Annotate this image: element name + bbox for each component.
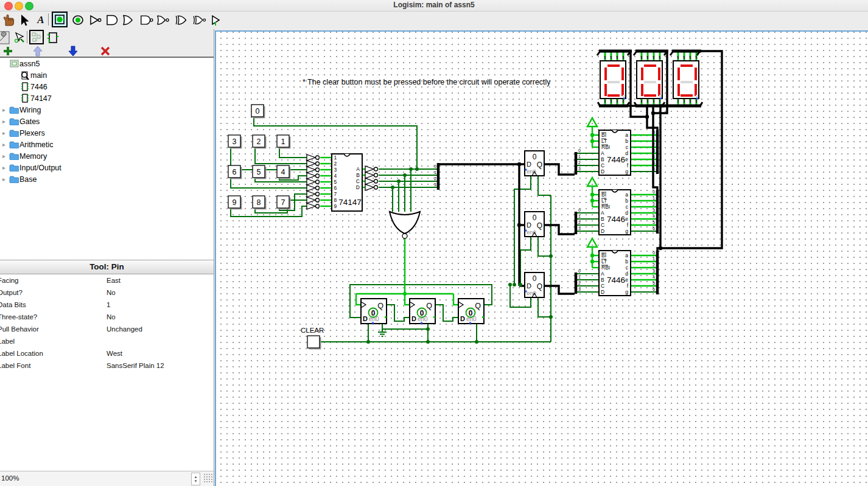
tree-item-library-input-output[interactable]: ▸ Input/Output xyxy=(0,162,214,173)
tree-item-circuit-main[interactable]: main xyxy=(0,69,214,81)
svg-text:Q: Q xyxy=(537,221,542,230)
edit-tool-button[interactable] xyxy=(17,13,32,27)
svg-text:2: 2 xyxy=(653,263,655,267)
left-panel: assn5 main 7446 74147 ▸ xyxy=(0,29,214,486)
close-window-button[interactable] xyxy=(4,2,13,10)
nor-gate[interactable] xyxy=(390,212,420,238)
svg-text:g: g xyxy=(625,228,628,234)
nand-gate-tool-button[interactable] xyxy=(139,13,154,27)
tree-item-library-arithmetic[interactable]: ▸ Arithmetic xyxy=(0,139,214,150)
output-inverters xyxy=(365,166,378,190)
tree-item-library-gates[interactable]: ▸ Gates xyxy=(0,116,214,127)
flipflop-2[interactable]: Q 0 D en0 xyxy=(410,299,435,324)
ic-7446-2[interactable]: BI LT RBI A B C D a b c d e f g 7446 xyxy=(599,190,631,235)
flipflop-3[interactable]: Q 0 D en0 xyxy=(458,299,484,324)
svg-text:0: 0 xyxy=(653,130,655,134)
attribute-value[interactable]: No xyxy=(107,286,116,299)
attribute-value[interactable]: East xyxy=(107,274,121,286)
resize-grip-icon[interactable] xyxy=(203,473,212,484)
tree-item-label: assn5 xyxy=(19,60,40,68)
button-9[interactable]: 9 xyxy=(228,196,242,210)
button-4[interactable]: 4 xyxy=(277,165,291,179)
register-3[interactable]: 0 D Q en0 xyxy=(525,273,544,297)
attribute-value[interactable]: Unchanged xyxy=(107,323,142,335)
button-6[interactable]: 6 xyxy=(228,165,242,179)
button-0[interactable]: 0 xyxy=(251,105,265,119)
seven-segment-display-3 xyxy=(673,61,699,100)
attribute-value[interactable]: SansSerif Plain 12 xyxy=(107,359,164,372)
ic-74147[interactable]: 1 2 3 4 5 6 7 8 9 A B C D 74147 xyxy=(332,154,362,211)
ic-7446-1[interactable]: BI LT RBI A B C D a b c d e f g 7446 xyxy=(599,130,631,175)
output-pin-tool-button[interactable] xyxy=(71,13,85,27)
svg-text:4: 4 xyxy=(653,154,655,159)
and-gate-tool-button[interactable] xyxy=(105,13,119,27)
svg-text:2: 2 xyxy=(653,142,655,147)
attribute-label: Data Bits xyxy=(0,299,26,311)
svg-text:1: 1 xyxy=(653,136,655,141)
tree-item-project[interactable]: assn5 xyxy=(0,58,214,69)
folder-icon xyxy=(9,118,19,125)
or-gate-tool-button[interactable] xyxy=(121,13,136,27)
attribute-value[interactable]: No xyxy=(107,311,116,323)
svg-text:Q: Q xyxy=(537,282,542,291)
register-2[interactable]: 0 D Q en0 xyxy=(525,212,544,237)
not-gate-tool-button[interactable] xyxy=(88,13,103,27)
text-tool-button[interactable]: A xyxy=(33,13,48,27)
xnor-gate-tool-button[interactable] xyxy=(192,13,207,27)
folder-icon xyxy=(9,141,19,148)
chevron-right-icon[interactable]: ▸ xyxy=(2,176,9,182)
zoom-spinner[interactable]: ▲▼ xyxy=(191,473,200,485)
svg-text:2: 2 xyxy=(578,220,581,224)
poke-cursor-icon[interactable] xyxy=(12,30,27,45)
tree-item-library-plexers[interactable]: ▸ Plexers xyxy=(0,127,214,139)
button-1[interactable]: 1 xyxy=(277,135,291,149)
svg-text:A: A xyxy=(601,210,604,216)
appearance-view-button[interactable] xyxy=(46,30,60,45)
input-pin-tool-button-selected[interactable] xyxy=(52,12,68,27)
circuit-canvas[interactable]: 0 3 2 1 6 5 4 9 xyxy=(215,30,868,486)
wrench-icon[interactable] xyxy=(0,30,10,45)
button-5[interactable]: 5 xyxy=(253,165,267,179)
layout-view-button-selected[interactable] xyxy=(29,30,44,44)
tree-item-circuit-7446[interactable]: 7446 xyxy=(0,81,214,92)
project-toolbar xyxy=(0,30,214,44)
button-2[interactable]: 2 xyxy=(253,135,267,149)
attribute-value[interactable]: 1 xyxy=(107,299,110,311)
attribute-label: Pull Behavior xyxy=(0,323,39,335)
chevron-right-icon[interactable]: ▸ xyxy=(2,130,9,136)
poke-tool-button[interactable] xyxy=(1,13,16,27)
register-1[interactable]: 0 D Q en0 xyxy=(525,151,544,176)
svg-text:C: C xyxy=(356,178,360,184)
tree-item-circuit-74147[interactable]: 74147 xyxy=(0,92,214,104)
chevron-right-icon[interactable]: ▸ xyxy=(2,153,9,159)
wires-single-bit-off xyxy=(231,117,656,342)
tree-item-library-wiring[interactable]: ▸ Wiring xyxy=(0,104,214,116)
tree-item-library-base[interactable]: ▸ Base xyxy=(0,173,214,185)
chevron-right-icon[interactable]: ▸ xyxy=(2,164,9,171)
attribute-row: Output? No xyxy=(0,286,214,299)
svg-text:2: 2 xyxy=(257,137,261,146)
svg-text:4: 4 xyxy=(281,168,285,176)
attribute-value[interactable]: West xyxy=(107,347,122,359)
tree-item-label: Memory xyxy=(19,152,47,161)
ic-7446-3[interactable]: BI LT RBI A B C D a b c d e f g 7446 xyxy=(599,251,631,296)
tree-item-library-memory[interactable]: ▸ Memory xyxy=(0,150,214,162)
buffer-tool-button[interactable] xyxy=(209,13,224,27)
chevron-right-icon[interactable]: ▸ xyxy=(2,141,9,148)
svg-text:LT: LT xyxy=(601,259,607,265)
xor-gate-tool-button[interactable] xyxy=(175,13,189,27)
svg-text:6: 6 xyxy=(653,287,655,291)
button-7[interactable]: 7 xyxy=(277,196,291,210)
clear-button[interactable]: CLEAR xyxy=(301,327,324,350)
flipflop-1[interactable]: Q 0 D en0 xyxy=(361,299,387,324)
chevron-right-icon[interactable]: ▸ xyxy=(2,118,9,125)
minimize-window-button[interactable] xyxy=(15,2,23,10)
svg-text:4: 4 xyxy=(653,214,655,218)
button-8[interactable]: 8 xyxy=(253,196,267,210)
svg-text:Q: Q xyxy=(537,161,542,169)
nor-gate-tool-button[interactable] xyxy=(156,13,171,27)
maximize-window-button[interactable] xyxy=(25,2,33,10)
svg-text:5: 5 xyxy=(653,281,655,285)
chevron-right-icon[interactable]: ▸ xyxy=(2,106,9,113)
button-3[interactable]: 3 xyxy=(228,135,242,149)
